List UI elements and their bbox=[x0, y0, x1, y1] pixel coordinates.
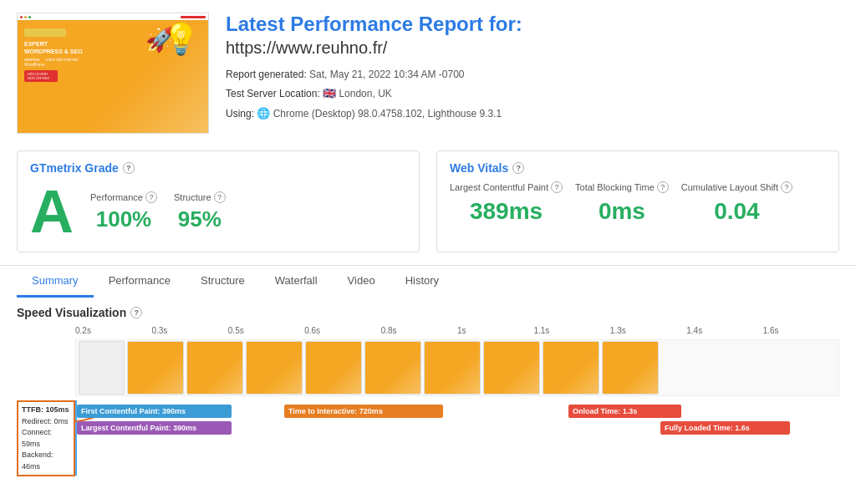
fcp-bar: First Contentful Paint: 390ms bbox=[77, 405, 232, 418]
report-info: Latest Performance Report for: https://w… bbox=[226, 13, 839, 124]
tbt-value: 0ms bbox=[575, 198, 669, 225]
grade-letter: A bbox=[30, 181, 74, 242]
tick-02: 0.2s bbox=[75, 326, 151, 335]
gtmetrix-help-icon[interactable]: ? bbox=[123, 162, 135, 174]
tick-1: 1s bbox=[457, 326, 533, 335]
frame-6 bbox=[424, 341, 481, 395]
tbt-vital: Total Blocking Time ? 0ms bbox=[575, 181, 669, 225]
frame-5 bbox=[364, 341, 421, 395]
generated-label: Report generated: bbox=[226, 69, 307, 80]
tick-13: 1.3s bbox=[610, 326, 686, 335]
speed-viz-title: Speed Visualization ? bbox=[17, 306, 839, 319]
generated-value: Sat, May 21, 2022 10:34 AM -0700 bbox=[309, 69, 464, 80]
web-vitals-box: Web Vitals ? Largest Contentful Paint ? … bbox=[436, 150, 839, 252]
tbt-help-icon[interactable]: ? bbox=[657, 181, 669, 193]
frames-row bbox=[75, 339, 839, 396]
structure-metric: Structure ? 95% bbox=[174, 191, 226, 232]
performance-help-icon[interactable]: ? bbox=[145, 191, 157, 203]
report-title: Latest Performance Report for: bbox=[226, 13, 839, 37]
tab-performance[interactable]: Performance bbox=[94, 266, 186, 298]
tab-history[interactable]: History bbox=[390, 266, 454, 298]
structure-help-icon[interactable]: ? bbox=[214, 191, 226, 203]
speed-visualization-section: Speed Visualization ? 0.2s 0.3s 0.5s 0.6… bbox=[0, 298, 856, 492]
structure-value: 95% bbox=[174, 206, 226, 232]
tti-bar: Time to Interactive: 720ms bbox=[284, 405, 443, 418]
tabs-nav: Summary Performance Structure Waterfall … bbox=[0, 265, 856, 298]
using-label: Using: bbox=[226, 108, 254, 120]
performance-metric: Performance ? 100% bbox=[90, 191, 157, 232]
frame-7 bbox=[483, 341, 540, 395]
report-meta: Report generated: Sat, May 21, 2022 10:3… bbox=[226, 66, 839, 124]
website-screenshot: EXPERTWORDPRESS & SEO optimise votre sit… bbox=[17, 13, 209, 134]
tab-waterfall[interactable]: Waterfall bbox=[260, 266, 333, 298]
timeline-ruler: 0.2s 0.3s 0.5s 0.6s 0.8s 1s 1.1s 1.3s 1.… bbox=[17, 326, 839, 335]
speed-viz-help-icon[interactable]: ? bbox=[130, 307, 142, 318]
fully-loaded-bar: Fully Loaded Time: 1.6s bbox=[660, 421, 790, 435]
lcp-help-icon[interactable]: ? bbox=[551, 181, 563, 193]
cls-value: 0.04 bbox=[681, 198, 792, 225]
tick-14: 1.4s bbox=[686, 326, 762, 335]
ttfb-backend: Backend: 46ms bbox=[22, 450, 70, 472]
frame-2 bbox=[186, 341, 243, 395]
lcp-value: 389ms bbox=[450, 198, 563, 225]
tick-06: 0.6s bbox=[304, 326, 380, 335]
lcp-bar: Largest Contentful Paint: 390ms bbox=[77, 421, 232, 435]
tab-summary[interactable]: Summary bbox=[17, 266, 94, 298]
gtmetrix-title: GTmetrix Grade ? bbox=[30, 161, 406, 175]
speed-viz-container: 0.2s 0.3s 0.5s 0.6s 0.8s 1s 1.1s 1.3s 1.… bbox=[17, 326, 839, 476]
performance-value: 100% bbox=[90, 206, 157, 232]
ttfb-box: TTFB: 105ms Redirect: 0ms Connect: 59ms … bbox=[17, 400, 75, 476]
cls-vital: Cumulative Layout Shift ? 0.04 bbox=[681, 181, 792, 225]
onload-bar: Onload Time: 1.3s bbox=[568, 405, 681, 418]
report-url: https://www.reuhno.fr/ bbox=[226, 38, 839, 58]
tick-11: 1.1s bbox=[533, 326, 609, 335]
tick-03: 0.3s bbox=[151, 326, 227, 335]
tick-16: 1.6s bbox=[763, 326, 839, 335]
server-label: Test Server Location: bbox=[226, 88, 320, 99]
tick-08: 0.8s bbox=[381, 326, 457, 335]
tab-video[interactable]: Video bbox=[333, 266, 390, 298]
frame-3 bbox=[246, 341, 303, 395]
using-value: Chrome (Desktop) 98.0.4758.102, Lighthou… bbox=[273, 108, 502, 120]
cls-help-icon[interactable]: ? bbox=[781, 181, 792, 193]
web-vitals-help-icon[interactable]: ? bbox=[512, 162, 524, 174]
web-vitals-title: Web Vitals ? bbox=[450, 161, 826, 175]
frame-1 bbox=[127, 341, 184, 395]
lcp-vital: Largest Contentful Paint ? 389ms bbox=[450, 181, 563, 225]
server-value: London, UK bbox=[339, 88, 391, 99]
frame-4 bbox=[305, 341, 362, 395]
ttfb-redirect: Redirect: 0ms bbox=[22, 416, 70, 428]
gtmetrix-grade-box: GTmetrix Grade ? A Performance ? 100% St… bbox=[17, 150, 420, 252]
frame-9 bbox=[602, 341, 659, 395]
tick-05: 0.5s bbox=[228, 326, 304, 335]
ttfb-connect: Connect: 59ms bbox=[22, 427, 70, 450]
frame-8 bbox=[543, 341, 599, 395]
tab-structure[interactable]: Structure bbox=[186, 266, 260, 298]
ttfb-title: TTFB: 105ms bbox=[22, 405, 70, 416]
frame-blank bbox=[79, 341, 125, 395]
